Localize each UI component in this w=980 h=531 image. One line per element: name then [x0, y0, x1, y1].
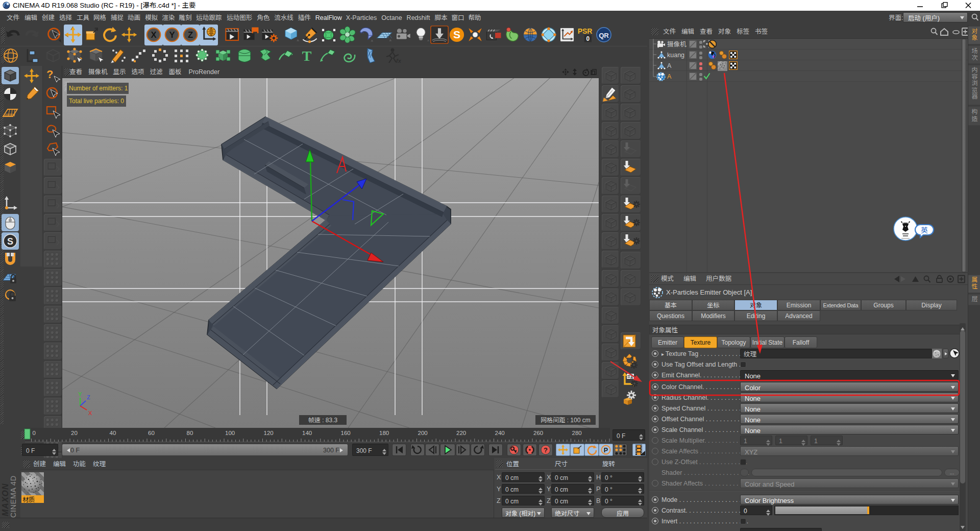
svg-text:X: X — [151, 30, 156, 40]
svg-text:260: 260 — [533, 430, 543, 436]
svg-text:英: 英 — [921, 226, 928, 234]
svg-text:P: P — [604, 447, 608, 454]
svg-text:QR: QR — [599, 32, 609, 39]
svg-text:Z: Z — [87, 394, 90, 400]
svg-text:40: 40 — [110, 430, 116, 436]
svg-text:Y: Y — [78, 391, 82, 397]
svg-text:120: 120 — [264, 430, 274, 436]
svg-text:0: 0 — [33, 430, 36, 436]
svg-text:?: ? — [46, 68, 53, 81]
svg-text:S: S — [7, 236, 13, 247]
svg-text:160: 160 — [341, 430, 351, 436]
svg-text:Z: Z — [188, 30, 193, 40]
svg-text:X: X — [88, 410, 92, 416]
svg-text:180: 180 — [379, 430, 389, 436]
svg-text:?: ? — [544, 446, 548, 454]
svg-text:100: 100 — [225, 430, 235, 436]
svg-text:fx: fx — [396, 58, 402, 64]
svg-text:220: 220 — [456, 430, 466, 436]
svg-text:200: 200 — [418, 430, 428, 436]
svg-text:80: 80 — [187, 430, 193, 436]
svg-text:Y: Y — [169, 30, 175, 40]
svg-text:PSR: PSR — [578, 27, 593, 35]
svg-text:T: T — [302, 48, 312, 64]
svg-text:=1: =1 — [627, 374, 633, 379]
svg-text:240: 240 — [495, 430, 505, 436]
svg-text:0: 0 — [586, 35, 590, 42]
svg-text:20: 20 — [71, 430, 78, 436]
svg-text:60: 60 — [148, 430, 155, 436]
svg-text:280: 280 — [572, 430, 582, 436]
svg-text:S: S — [453, 29, 460, 40]
svg-text:140: 140 — [302, 430, 312, 436]
